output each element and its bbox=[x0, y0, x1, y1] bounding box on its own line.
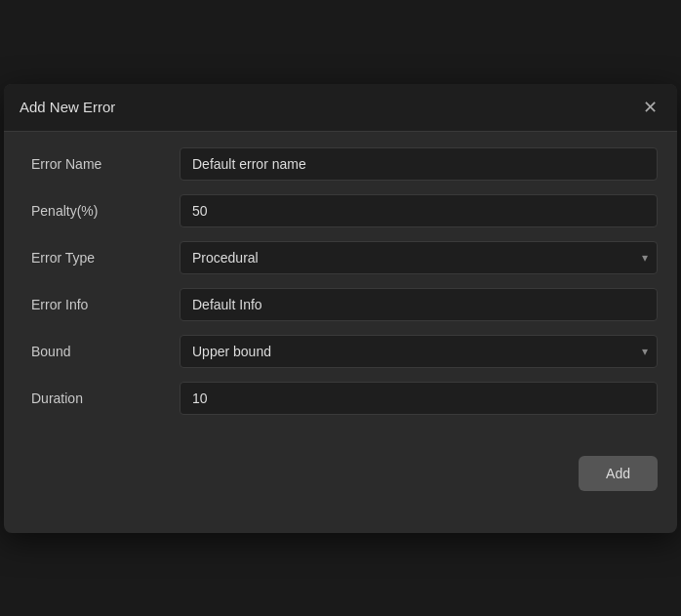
error-name-input[interactable] bbox=[180, 147, 658, 181]
bound-label: Bound bbox=[23, 344, 180, 359]
error-info-label: Error Info bbox=[23, 297, 180, 312]
penalty-label: Penalty(%) bbox=[23, 203, 180, 219]
error-name-row: Error Name bbox=[23, 147, 658, 181]
close-button[interactable]: ✕ bbox=[638, 96, 661, 119]
error-type-select[interactable]: Procedural Substantive Minor bbox=[180, 241, 658, 274]
error-name-label: Error Name bbox=[23, 156, 180, 172]
error-type-row: Error Type Procedural Substantive Minor … bbox=[23, 241, 658, 274]
dialog-title: Add New Error bbox=[20, 99, 115, 115]
close-icon: ✕ bbox=[643, 97, 658, 118]
bound-select-wrapper: Upper bound Lower bound None ▾ bbox=[180, 335, 658, 368]
error-type-select-wrapper: Procedural Substantive Minor ▾ bbox=[180, 241, 658, 274]
add-button[interactable]: Add bbox=[579, 456, 658, 491]
error-info-input[interactable] bbox=[180, 288, 658, 321]
bound-row: Bound Upper bound Lower bound None ▾ bbox=[23, 335, 658, 368]
add-new-error-dialog: Add New Error ✕ Error Name Penalty(%) Er… bbox=[4, 84, 677, 533]
duration-label: Duration bbox=[23, 390, 180, 406]
dialog-header: Add New Error ✕ bbox=[4, 84, 677, 132]
error-info-row: Error Info bbox=[23, 288, 658, 321]
penalty-row: Penalty(%) bbox=[23, 194, 658, 227]
error-type-label: Error Type bbox=[23, 250, 180, 266]
penalty-input[interactable] bbox=[180, 194, 658, 227]
duration-input[interactable] bbox=[180, 382, 658, 415]
dialog-footer: Add bbox=[4, 456, 677, 511]
duration-row: Duration bbox=[23, 382, 658, 415]
dialog-body: Error Name Penalty(%) Error Type Procedu… bbox=[4, 132, 677, 448]
bound-select[interactable]: Upper bound Lower bound None bbox=[180, 335, 658, 368]
